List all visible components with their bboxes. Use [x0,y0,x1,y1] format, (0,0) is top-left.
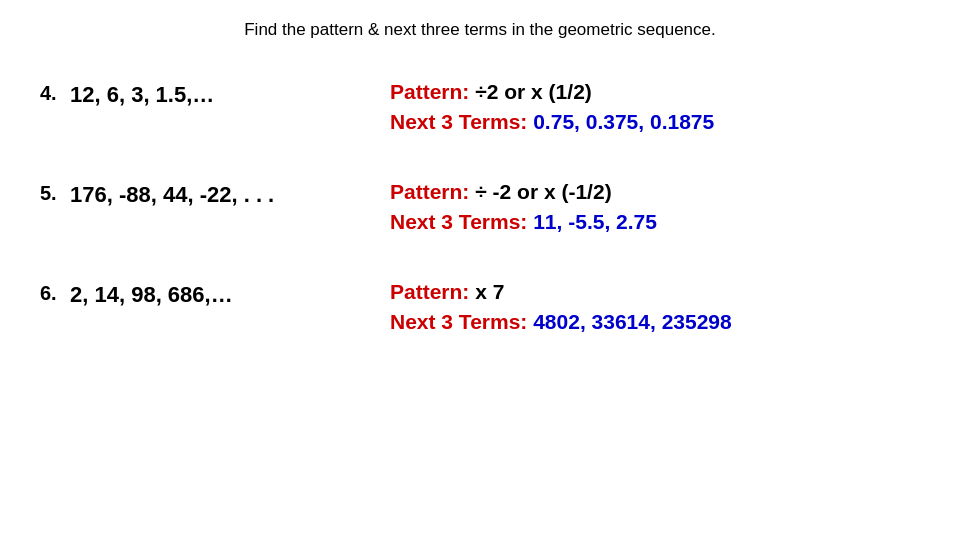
problem-number-5: 5. [40,180,70,205]
problem-sequence-5: 176, -88, 44, -22, . . . [70,180,390,208]
pattern-line-4: Pattern: ÷2 or x (1/2) [390,80,714,104]
problem-number-6: 6. [40,280,70,305]
next-value-4: 0.75, 0.375, 0.1875 [533,110,714,133]
problem-row-6: 6. 2, 14, 98, 686,… Pattern: x 7 Next 3 … [40,270,920,360]
next-value-6: 4802, 33614, 235298 [533,310,732,333]
problem-number-4: 4. [40,80,70,105]
pattern-alt-4: x (1/2) [531,80,592,103]
pattern-line-5: Pattern: ÷ -2 or x (-1/2) [390,180,657,204]
pattern-value-6: x 7 [475,280,504,303]
pattern-or-5: or [517,180,544,203]
pattern-line-6: Pattern: x 7 [390,280,732,304]
next-label-5: Next 3 Terms: [390,210,527,233]
problem-sequence-4: 12, 6, 3, 1.5,… [70,80,390,108]
pattern-label-6: Pattern: [390,280,469,303]
pattern-label-5: Pattern: [390,180,469,203]
pattern-alt-5: x (-1/2) [544,180,612,203]
problem-answer-6: Pattern: x 7 Next 3 Terms: 4802, 33614, … [390,280,732,334]
page: Find the pattern & next three terms in t… [0,0,960,540]
next-line-6: Next 3 Terms: 4802, 33614, 235298 [390,310,732,334]
problems-container: 4. 12, 6, 3, 1.5,… Pattern: ÷2 or x (1/2… [40,70,920,360]
next-label-6: Next 3 Terms: [390,310,527,333]
problem-row-4: 4. 12, 6, 3, 1.5,… Pattern: ÷2 or x (1/2… [40,70,920,160]
pattern-or-4: or [504,80,531,103]
pattern-value-5: ÷ -2 [475,180,511,203]
problem-row-5: 5. 176, -88, 44, -22, . . . Pattern: ÷ -… [40,170,920,260]
next-line-4: Next 3 Terms: 0.75, 0.375, 0.1875 [390,110,714,134]
problem-answer-5: Pattern: ÷ -2 or x (-1/2) Next 3 Terms: … [390,180,657,234]
pattern-label-4: Pattern: [390,80,469,103]
next-value-5: 11, -5.5, 2.75 [533,210,657,233]
problem-answer-4: Pattern: ÷2 or x (1/2) Next 3 Terms: 0.7… [390,80,714,134]
header-text: Find the pattern & next three terms in t… [40,20,920,40]
next-label-4: Next 3 Terms: [390,110,527,133]
pattern-value-4: ÷2 [475,80,498,103]
problem-sequence-6: 2, 14, 98, 686,… [70,280,390,308]
next-line-5: Next 3 Terms: 11, -5.5, 2.75 [390,210,657,234]
